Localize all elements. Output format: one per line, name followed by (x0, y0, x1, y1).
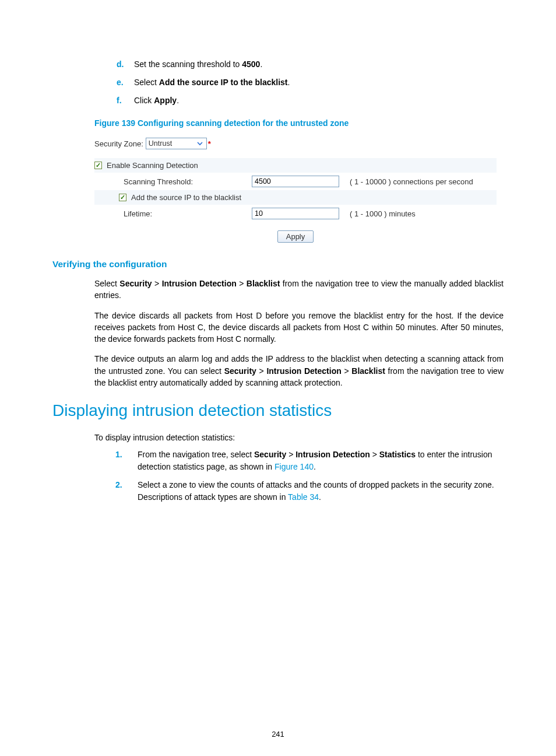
s2-post: . (319, 492, 321, 502)
blacklist-checkbox[interactable] (119, 194, 126, 201)
page-number: 241 (0, 730, 556, 738)
security-zone-dropdown[interactable]: Untrust (146, 138, 207, 149)
figure-140-link[interactable]: Figure 140 (275, 462, 314, 471)
vp1-s1: > (152, 279, 162, 288)
s1-b1: Security (254, 450, 286, 459)
threshold-row: Scanning Threshold: ( 1 - 10000 ) connec… (94, 173, 497, 190)
step-marker-d: d. (117, 58, 134, 71)
vp3-s2: > (342, 366, 352, 376)
apply-button[interactable]: Apply (277, 230, 314, 243)
apply-row: Apply (94, 222, 497, 243)
lifetime-hint: ( 1 - 1000 ) minutes (345, 209, 497, 218)
lifetime-row: Lifetime: ( 1 - 1000 ) minutes (94, 205, 497, 222)
step-f: f. Click Apply. (117, 94, 504, 107)
step-e-pre: Select (134, 78, 159, 87)
step-f-pre: Click (134, 96, 154, 105)
config-panel: Security Zone: Untrust * Enable Scanning… (94, 135, 497, 243)
step-1-text: From the navigation tree, select Securit… (138, 449, 504, 473)
s1-s1: > (286, 450, 295, 459)
step-text-d: Set the scanning threshold to 4500. (134, 58, 504, 71)
chevron-down-icon (196, 139, 204, 148)
step-e: e. Select Add the source IP to the black… (117, 76, 504, 89)
figure-caption: Figure 139 Configuring scanning detectio… (94, 118, 504, 128)
step-f-post: . (177, 96, 179, 105)
vp1-s2: > (237, 279, 247, 288)
blacklist-label: Add the source IP to the blacklist (131, 193, 241, 202)
step-e-bold: Add the source IP to the blacklist (159, 78, 288, 87)
s1-s2: > (370, 450, 379, 459)
table-34-link[interactable]: Table 34 (288, 492, 319, 502)
step-e-post: . (288, 78, 290, 87)
vp3-b3: Blacklist (351, 366, 385, 376)
lifetime-input[interactable] (252, 208, 339, 219)
stats-intro: To display intrusion detection statistic… (94, 432, 504, 443)
step-d-post: . (260, 60, 262, 69)
main-heading: Displaying intrusion detection statistic… (52, 401, 504, 420)
s1-post: . (314, 462, 316, 471)
step-marker-e: e. (117, 76, 134, 89)
verify-para-3: The device outputs an alarm log and adds… (94, 353, 504, 388)
alpha-step-list: d. Set the scanning threshold to 4500. e… (117, 58, 504, 107)
lifetime-label: Lifetime: (94, 209, 252, 218)
security-zone-row: Security Zone: Untrust * (94, 135, 497, 152)
step-d-bold: 4500 (242, 60, 260, 69)
step-f-bold: Apply (154, 96, 177, 105)
security-zone-label: Security Zone: (94, 139, 143, 148)
step-2-text: Select a zone to view the counts of atta… (138, 479, 504, 503)
vp3-b2: Intrusion Detection (266, 366, 341, 376)
security-zone-value: Untrust (149, 139, 196, 148)
s1-b2: Intrusion Detection (295, 450, 370, 459)
vp1-pre: Select (94, 279, 119, 288)
step-2: 2. Select a zone to view the counts of a… (115, 479, 504, 503)
threshold-input[interactable] (252, 176, 339, 187)
verify-para-1: Select Security > Intrusion Detection > … (94, 278, 504, 302)
step-marker-f: f. (117, 94, 134, 107)
vp1-b1: Security (119, 279, 152, 288)
step-2-marker: 2. (115, 479, 138, 503)
threshold-label: Scanning Threshold: (94, 177, 252, 186)
step-text-e: Select Add the source IP to the blacklis… (134, 76, 504, 89)
enable-scanning-row: Enable Scanning Detection (94, 158, 497, 173)
vp3-s1: > (256, 366, 267, 376)
blacklist-row: Add the source IP to the blacklist (94, 190, 497, 205)
s1-b3: Statistics (379, 450, 416, 459)
verify-heading: Verifying the configuration (52, 259, 504, 270)
step-1: 1. From the navigation tree, select Secu… (115, 449, 504, 473)
step-1-marker: 1. (115, 449, 138, 473)
step-d: d. Set the scanning threshold to 4500. (117, 58, 504, 71)
s1-pre: From the navigation tree, select (138, 450, 254, 459)
vp3-b1: Security (224, 366, 256, 376)
enable-scanning-checkbox[interactable] (94, 162, 102, 169)
threshold-hint: ( 1 - 10000 ) connections per second (345, 177, 497, 186)
enable-scanning-label: Enable Scanning Detection (107, 161, 198, 170)
verify-para-2: The device discards all packets from Hos… (94, 310, 504, 345)
step-d-pre: Set the scanning threshold to (134, 60, 242, 69)
vp1-b3: Blacklist (247, 279, 280, 288)
numbered-step-list: 1. From the navigation tree, select Secu… (115, 449, 504, 503)
vp1-b2: Intrusion Detection (162, 279, 237, 288)
step-text-f: Click Apply. (134, 94, 504, 107)
required-star-icon: * (208, 139, 211, 148)
